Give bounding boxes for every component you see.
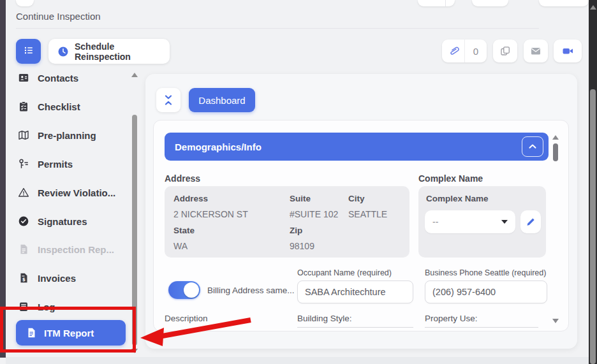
sidebar-item-review-violations[interactable]: Review Violatio... xyxy=(18,183,128,202)
sidebar-scroll-down-arrow[interactable] xyxy=(131,349,138,353)
tab-dashboard[interactable]: Dashboard xyxy=(189,88,255,112)
dropdown-value: -- xyxy=(432,217,438,227)
attachments-button[interactable]: 0 xyxy=(442,40,487,62)
copy-icon xyxy=(499,45,511,57)
suite-field-value: #SUITE 102 xyxy=(290,209,338,219)
address-card: Address 2 NICKERSON ST Suite #SUITE 102 … xyxy=(165,186,409,258)
pencil-icon xyxy=(526,217,536,227)
file-icon xyxy=(26,327,37,339)
video-button[interactable] xyxy=(554,40,582,62)
complex-name-dropdown[interactable]: -- xyxy=(425,210,515,233)
sidebar-item-signatures[interactable]: Signatures xyxy=(18,212,128,231)
check-circle-icon xyxy=(18,215,29,227)
building-style-label: Building Style: xyxy=(297,314,352,323)
schedule-reinspection-label: Schedule Reinspection xyxy=(75,41,161,62)
map-icon xyxy=(18,129,29,141)
caret-down-icon xyxy=(501,220,508,224)
description-label: Description xyxy=(165,314,208,323)
section-title: Demographics/Info xyxy=(175,142,262,152)
business-phone-input[interactable] xyxy=(425,280,547,303)
collapse-section-button[interactable] xyxy=(522,136,543,157)
window-scroll-up-arrow[interactable] xyxy=(590,5,596,10)
sidebar-item-inspection-report: Inspection Rep... xyxy=(18,240,128,259)
sidebar-item-contacts[interactable]: Contacts xyxy=(18,68,128,87)
attachment-count: 0 xyxy=(465,46,487,57)
city-field-label: City xyxy=(348,194,365,203)
edit-complex-button[interactable] xyxy=(520,210,541,233)
sidebar-scrollbar[interactable] xyxy=(132,115,137,346)
demographics-section-header[interactable]: Demographics/Info xyxy=(165,133,549,161)
partial-button[interactable] xyxy=(539,0,589,6)
sidebar-item-log[interactable]: Log xyxy=(18,297,128,316)
report-icon xyxy=(18,244,29,255)
complex-group-label: Complex Name xyxy=(418,173,483,184)
building-style-underline xyxy=(297,327,413,328)
mail-icon xyxy=(530,45,542,57)
contacts-icon xyxy=(18,72,29,84)
occupant-name-label: Occupant Name (required) xyxy=(297,268,392,277)
state-field-label: State xyxy=(173,226,195,235)
panel-scrollbar[interactable] xyxy=(553,143,558,161)
zip-field-value: 98109 xyxy=(290,241,314,251)
suite-field-label: Suite xyxy=(290,194,311,203)
city-field-value: SEATTLE xyxy=(348,209,387,219)
partial-button[interactable] xyxy=(472,0,508,6)
invoice-icon: $ xyxy=(18,272,29,284)
divider xyxy=(16,28,539,29)
schedule-reinspection-button[interactable]: Schedule Reinspection xyxy=(48,39,170,64)
video-camera-icon xyxy=(562,45,574,57)
sidebar-item-label: Inspection Rep... xyxy=(38,244,114,255)
paperclip-icon xyxy=(442,45,464,57)
billing-address-toggle[interactable] xyxy=(168,281,200,299)
sidebar-item-pre-planning[interactable]: Pre-planning xyxy=(18,126,128,145)
sidebar-item-label: Invoices xyxy=(38,273,76,284)
sidebar-item-label: Contacts xyxy=(38,73,78,84)
sidebar-scroll-up-arrow[interactable] xyxy=(131,73,138,77)
checklist-icon xyxy=(18,101,29,112)
complex-field-label: Complex Name xyxy=(426,194,489,203)
list-menu-button[interactable] xyxy=(16,39,41,64)
app-window: Continue Inspection Schedule Reinspectio… xyxy=(0,0,597,364)
window-left-edge xyxy=(0,0,6,358)
zip-field-label: Zip xyxy=(290,226,302,235)
page-title: Continue Inspection xyxy=(16,11,101,22)
partial-attachment-button[interactable] xyxy=(418,0,455,6)
collapse-icon xyxy=(162,94,175,106)
address-field-label: Address xyxy=(173,194,208,203)
key-icon xyxy=(18,158,29,170)
complex-card: Complex Name -- xyxy=(418,186,546,258)
window-scrollbar[interactable] xyxy=(590,89,596,364)
sidebar-item-label: ITM Report xyxy=(44,328,94,339)
address-group-label: Address xyxy=(165,173,200,184)
list-icon xyxy=(23,45,34,59)
sidebar-item-label: Log xyxy=(38,302,55,312)
sidebar-item-itm-report-active[interactable]: ITM Report xyxy=(16,320,126,346)
copy-button[interactable] xyxy=(493,40,517,62)
svg-text:$: $ xyxy=(22,277,26,282)
sidebar-item-permits[interactable]: Permits xyxy=(18,154,128,173)
state-field-value: WA xyxy=(173,241,188,251)
bottom-strip xyxy=(6,357,589,364)
partial-button[interactable] xyxy=(16,0,34,6)
clock-icon xyxy=(57,46,69,57)
property-use-underline xyxy=(425,327,538,328)
log-icon xyxy=(18,301,29,312)
property-use-label: Property Use: xyxy=(425,314,478,323)
sidebar-item-label: Pre-planning xyxy=(38,130,96,141)
sidebar-item-invoices[interactable]: $ Invoices xyxy=(18,268,128,288)
warning-icon xyxy=(18,187,29,198)
sidebar-item-label: Checklist xyxy=(38,101,80,112)
sidebar-item-label: Review Violatio... xyxy=(38,187,115,198)
address-field-value: 2 NICKERSON ST xyxy=(173,209,248,219)
panel-scroll-up-arrow[interactable] xyxy=(552,135,559,140)
business-phone-label: Business Phone Seattle (required) xyxy=(425,268,546,277)
sidebar-item-label: Permits xyxy=(38,159,73,170)
collapse-tabs-button[interactable] xyxy=(156,88,181,112)
occupant-name-input[interactable] xyxy=(297,280,413,303)
email-button[interactable] xyxy=(524,40,548,62)
panel-scroll-down-arrow[interactable] xyxy=(552,319,559,323)
sidebar-item-label: Signatures xyxy=(38,216,87,227)
billing-toggle-label: Billing Address same... xyxy=(207,286,295,295)
sidebar-item-checklist[interactable]: Checklist xyxy=(18,97,128,116)
chevron-up-icon xyxy=(527,142,538,152)
